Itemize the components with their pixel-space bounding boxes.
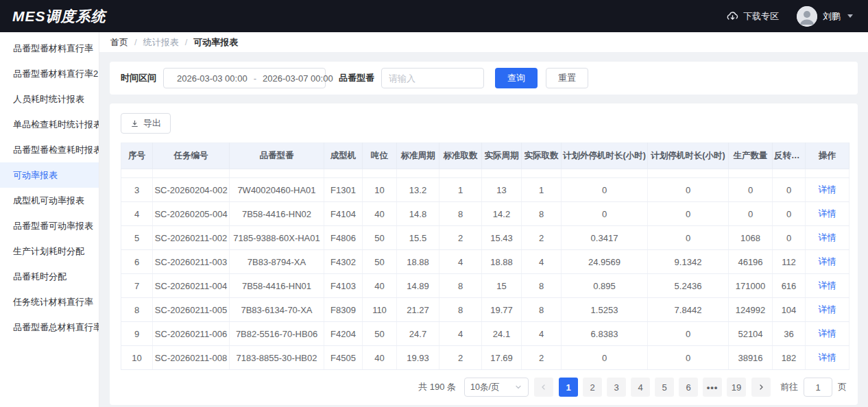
table-cell: F4104 [324,202,363,226]
detail-link[interactable]: 详情 [819,232,836,243]
table-cell: SC-20260211-008 [153,346,230,370]
table-cell: 0 [648,178,729,202]
page-button[interactable]: 6 [679,378,698,397]
search-button[interactable]: 查询 [495,68,538,88]
sidebar-item[interactable]: 品番耗时分配 [0,264,99,289]
sidebar-item[interactable]: 品番型番可动率报表 [0,213,99,238]
detail-link[interactable]: 详情 [819,352,836,362]
sidebar-item[interactable]: 品番型番材料直行率 [0,36,99,61]
table-cell: 14.8 [397,202,439,226]
cloud-download-icon [727,10,738,22]
table-row: 4SC-20260205-0047B58-4416-HN02F41044014.… [121,202,849,226]
table-cell: F4806 [324,226,363,250]
page-size-select[interactable]: 10条/页 [464,378,529,397]
col-header-std-count: 标准取数 [439,143,482,169]
page-button[interactable]: 5 [655,378,674,397]
table-cell: 4 [121,202,153,226]
report-table: 序号 任务编号 品番型番 成型机 吨位 标准周期 标准取数 实际周期 实际取数 … [121,143,849,370]
table-cell: 24.1 [482,322,522,346]
sidebar-item[interactable]: 品番型番总材料直行率 [0,314,99,340]
page-button[interactable]: 4 [631,378,650,397]
detail-link[interactable]: 详情 [819,256,836,267]
table-cell: 8 [522,202,562,226]
table-cell [729,169,773,178]
date-range-picker[interactable]: 2026-03-03 00:00 - 2026-03-07 00:00 [163,68,326,88]
download-zone-link[interactable]: 下载专区 [727,10,779,23]
breadcrumb-current: 可动率报表 [193,36,238,49]
table-cell: 50 [363,226,397,250]
col-header-std-cycle: 标准周期 [397,143,439,169]
table-cell: F4302 [324,250,363,274]
table-cell: 0 [729,202,773,226]
sidebar-item[interactable]: 生产计划耗时分配 [0,238,99,264]
table-cell: 18.88 [482,250,522,274]
col-header-planned-downtime: 计划停机时长(小时) [648,143,729,169]
table-cell-action: 详情 [806,250,849,274]
col-header-actual-count: 实际取数 [522,143,562,169]
goto-suffix: 页 [838,381,847,393]
content: 时间区间 2026-03-03 00:00 - 2026-03-07 00:00… [99,52,868,407]
detail-link[interactable]: 详情 [819,328,836,338]
table-row: 6SC-20260211-0037B83-8794-XAF43025018.88… [121,250,849,274]
table-cell: 1.5253 [562,298,648,322]
prev-page-button[interactable] [534,378,553,397]
table-cell: F4103 [324,274,363,298]
detail-link[interactable]: 详情 [819,304,836,314]
table-cell [773,169,806,178]
table-cell: 13.2 [397,178,439,202]
main-area: 首页 / 统计报表 / 可动率报表 时间区间 2026-03-03 00:00 … [99,32,868,407]
table-cell: 19.93 [397,346,439,370]
page-button[interactable]: 2 [583,378,602,397]
next-page-button[interactable] [751,378,771,397]
detail-link[interactable]: 详情 [819,208,836,219]
sidebar-item[interactable]: 成型机可动率报表 [0,188,99,213]
table-header-row: 序号 任务编号 品番型番 成型机 吨位 标准周期 标准取数 实际周期 实际取数 … [121,143,849,169]
breadcrumb-home[interactable]: 首页 [110,36,128,49]
table-cell: 1 [522,178,562,202]
detail-link[interactable]: 详情 [819,184,836,195]
table-cell: 0 [729,178,773,202]
goto-page-input[interactable] [804,378,832,397]
sidebar-item[interactable]: 品番型番检查耗时报表 [0,137,99,162]
sidebar-item[interactable]: 可动率报表 [0,162,99,188]
sidebar-item[interactable]: 品番型番材料直行率2 [0,61,99,86]
reset-button[interactable]: 重置 [546,68,588,88]
table-cell: 0.3417 [562,226,648,250]
page-button[interactable]: 3 [607,378,626,397]
table-cell: 50 [363,250,397,274]
date-end-value: 2026-03-07 00:00 [263,73,333,84]
table-cell: 46196 [729,250,773,274]
table-cell: 15 [482,274,522,298]
detail-link[interactable]: 详情 [819,280,836,291]
part-number-input[interactable] [381,68,484,88]
col-header-machine: 成型机 [324,143,363,169]
col-header-index: 序号 [121,143,153,169]
table-cell: 0 [562,178,648,202]
pagination-pages: 123456•••19 [559,378,746,397]
sidebar-item[interactable]: 任务统计材料直行率 [0,289,99,314]
app-logo[interactable]: MES调度系统 [12,7,106,26]
page-size-value: 10条/页 [470,382,499,393]
table-body: 3SC-20260204-0027W40020460-HA01F13011013… [121,169,849,370]
table-cell: 52104 [729,322,773,346]
time-range-label: 时间区间 [121,72,156,84]
table-cell: 8 [439,298,482,322]
user-menu[interactable]: 刘鹏 [797,6,853,27]
table-cell [397,169,439,178]
table-cell [522,169,562,178]
page-button[interactable]: 1 [559,378,578,397]
table-cell [363,169,397,178]
sidebar-item[interactable]: 单品检查耗时统计报表 [0,112,99,137]
header-right: 下载专区 刘鹏 [727,6,853,27]
table-cell: 19.77 [482,298,522,322]
page-button[interactable]: 19 [727,378,746,397]
export-button[interactable]: 导出 [121,113,171,134]
table-cell: 0 [773,226,806,250]
col-header-reversed: 反转品.. [773,143,806,169]
table-cell: 0 [562,202,648,226]
table-cell: 6 [121,250,153,274]
chevron-left-icon [540,383,548,391]
sidebar-item[interactable]: 人员耗时统计报表 [0,86,99,112]
page-more-button[interactable]: ••• [703,378,722,397]
table-cell: 0 [648,346,729,370]
